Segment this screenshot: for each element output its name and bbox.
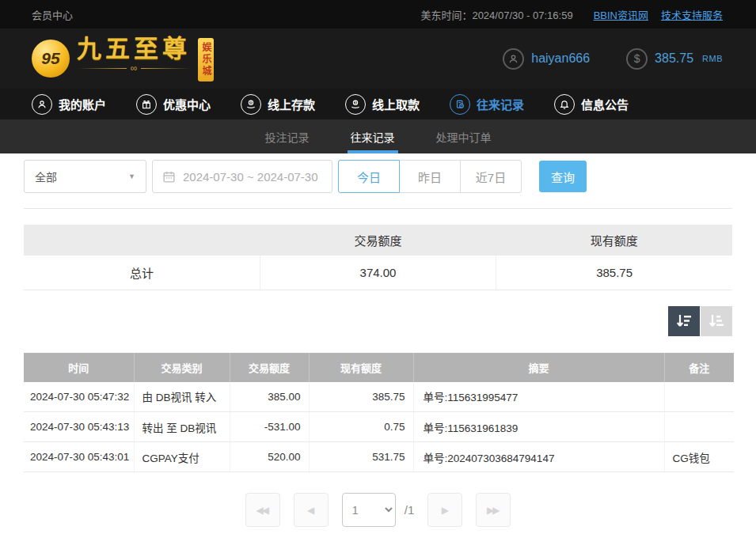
next-page-button[interactable]: ▶: [427, 493, 462, 527]
cell-time: 2024-07-30 05:43:01: [24, 442, 134, 472]
deposit-icon: ¥: [241, 94, 261, 115]
nav-item-transaction-records[interactable]: 往来记录: [450, 94, 524, 115]
last-7-days-button[interactable]: 近7日: [460, 160, 522, 193]
site-logo[interactable]: 95 九五至尊 ∞ 娱乐城: [32, 36, 214, 81]
summary-total-label: 总计: [24, 256, 260, 290]
sub-nav: 投注记录 往来记录 处理中订单: [0, 119, 756, 153]
nav-item-deposit[interactable]: ¥ 线上存款: [241, 94, 315, 115]
summary-header-empty: [24, 225, 260, 256]
page-total-label: /1: [405, 503, 415, 517]
cell-amount: 520.00: [230, 442, 309, 472]
bbin-news-link[interactable]: BBIN资讯网: [594, 7, 648, 22]
filter-bar: 全部 ▼ 2024-07-30 ~ 2024-07-30 今日 昨日 近7日 查…: [24, 160, 732, 209]
logo-badge: 娱乐城: [198, 38, 214, 81]
quick-date-group: 今日 昨日 近7日: [338, 160, 522, 193]
records-table: 时间 交易类别 交易额度 现有额度 摘要 备注 2024-07-30 05:47…: [24, 353, 734, 473]
col-header-note: 备注: [664, 353, 734, 382]
cell-time: 2024-07-30 05:43:13: [24, 412, 134, 442]
gift-icon: [136, 94, 157, 115]
table-row: 2024-07-30 05:43:13 转出 至 DB视讯 -531.00 0.…: [24, 412, 734, 442]
col-header-time: 时间: [24, 353, 134, 382]
date-range-input[interactable]: 2024-07-30 ~ 2024-07-30: [152, 160, 332, 193]
date-range-value: 2024-07-30 ~ 2024-07-30: [183, 170, 318, 184]
type-select-value: 全部: [35, 169, 57, 184]
type-select[interactable]: 全部 ▼: [24, 160, 146, 193]
logo-95-icon: 95: [32, 40, 70, 78]
site-header: 95 九五至尊 ∞ 娱乐城 haiyan666 $ 385.75 RMB: [0, 28, 756, 89]
nav-item-my-account[interactable]: 我的账户: [32, 94, 106, 115]
yesterday-button[interactable]: 昨日: [399, 160, 461, 193]
cell-balance: 385.75: [309, 382, 413, 412]
nav-item-announcements[interactable]: 信息公告: [554, 94, 629, 115]
calendar-icon: [162, 170, 176, 184]
cell-note: [664, 412, 734, 442]
user-avatar-icon: [503, 48, 524, 70]
cell-summary: 单号:115631995477: [413, 382, 664, 412]
sort-descending-button[interactable]: [668, 306, 700, 336]
summary-header-current: 现有额度: [496, 225, 732, 256]
top-bar: 会员中心 美东时间：2024/07/30 - 07:16:59 BBIN资讯网 …: [0, 0, 756, 28]
chevron-down-icon: ▼: [128, 172, 135, 180]
eastern-time-label: 美东时间：2024/07/30 - 07:16:59: [420, 7, 572, 22]
cell-type: CGPAY支付: [134, 442, 230, 472]
summary-table: 交易额度 现有额度 总计 374.00 385.75: [24, 225, 732, 290]
table-row: 2024-07-30 05:43:01 CGPAY支付 520.00 531.7…: [24, 442, 734, 472]
cell-amount: 385.00: [230, 382, 309, 412]
prev-page-icon: ◀: [307, 505, 313, 516]
cell-summary: 单号:202407303684794147: [413, 442, 664, 472]
member-center-label: 会员中心: [32, 7, 73, 22]
user-account[interactable]: haiyan666: [503, 48, 590, 70]
cell-type: 转出 至 DB视讯: [134, 412, 230, 442]
first-page-button[interactable]: ◀◀: [245, 493, 280, 527]
cell-type: 由 DB视讯 转入: [134, 382, 230, 412]
withdraw-icon: $: [345, 94, 366, 115]
cell-note: CG钱包: [664, 442, 734, 472]
summary-current-total: 385.75: [496, 256, 732, 290]
dollar-icon: $: [626, 48, 648, 70]
records-icon: [450, 94, 470, 115]
tech-support-link[interactable]: 技术支持服务: [661, 7, 723, 22]
main-nav: 我的账户 优惠中心 ¥ 线上存款 $ 线上取款: [0, 89, 756, 119]
balance-display: $ 385.75 RMB: [626, 48, 723, 70]
content-area: 全部 ▼ 2024-07-30 ~ 2024-07-30 今日 昨日 近7日 查…: [0, 160, 756, 527]
tab-transaction-records[interactable]: 往来记录: [348, 119, 398, 153]
sort-controls: [24, 306, 732, 336]
col-header-amount: 交易额度: [230, 353, 309, 382]
cell-note: [664, 382, 734, 412]
tab-processing-orders[interactable]: 处理中订单: [433, 119, 495, 153]
last-page-button[interactable]: ▶▶: [476, 493, 511, 527]
bell-icon: [554, 94, 575, 115]
logo-title: 九五至尊: [77, 36, 191, 62]
user-icon: [32, 94, 52, 115]
sort-ascending-button[interactable]: [701, 306, 732, 336]
col-header-type: 交易类别: [134, 353, 230, 382]
logo-flourish-icon: ∞: [77, 63, 191, 73]
sort-ascending-icon: [707, 312, 726, 331]
col-header-summary: 摘要: [413, 353, 664, 382]
search-button[interactable]: 查询: [539, 161, 587, 192]
svg-text:¥: ¥: [250, 100, 253, 104]
cell-summary: 单号:115631961839: [413, 412, 664, 442]
last-page-icon: ▶▶: [487, 505, 498, 516]
summary-header-transaction: 交易额度: [260, 225, 496, 256]
svg-text:$: $: [355, 100, 357, 104]
tab-betting-records[interactable]: 投注记录: [262, 119, 313, 153]
sort-descending-icon: [674, 312, 693, 331]
cell-amount: -531.00: [230, 412, 309, 442]
today-button[interactable]: 今日: [338, 160, 400, 193]
balance-amount: 385.75: [655, 51, 693, 66]
username: haiyan666: [531, 51, 590, 66]
cell-time: 2024-07-30 05:47:32: [24, 382, 134, 412]
table-row: 2024-07-30 05:47:32 由 DB视讯 转入 385.00 385…: [24, 382, 734, 412]
prev-page-button[interactable]: ◀: [294, 493, 329, 527]
currency-label: RMB: [702, 54, 723, 63]
cell-balance: 0.75: [309, 412, 413, 442]
summary-transaction-total: 374.00: [260, 256, 496, 290]
col-header-balance: 现有额度: [309, 353, 413, 382]
pagination: ◀◀ ◀ 1 /1 ▶ ▶▶: [24, 493, 732, 527]
page-select[interactable]: 1: [342, 493, 396, 527]
next-page-icon: ▶: [442, 505, 447, 516]
nav-item-withdraw[interactable]: $ 线上取款: [345, 94, 420, 115]
nav-item-promotions[interactable]: 优惠中心: [136, 94, 211, 115]
cell-balance: 531.75: [309, 442, 413, 472]
